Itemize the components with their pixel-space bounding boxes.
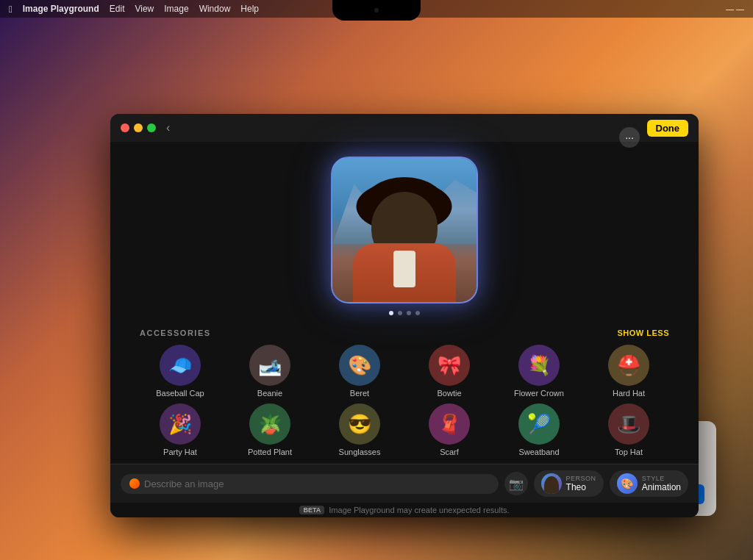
maximize-window-button[interactable] (147, 123, 156, 132)
traffic-lights (121, 123, 156, 132)
done-button[interactable]: Done (647, 120, 689, 137)
camera-button[interactable]: 📷 (504, 472, 528, 495)
sunglasses-icon: 😎 (339, 403, 380, 445)
more-options-button[interactable]: ··· (619, 127, 640, 148)
style-name: Animation (642, 482, 681, 492)
accessories-title: ACCESSORIES (140, 329, 211, 337)
accessory-top-hat[interactable]: 🎩 Top Hat (588, 403, 669, 456)
page-dot-4[interactable] (415, 311, 420, 315)
search-input-container[interactable]: Describe an image (121, 474, 499, 494)
minimize-window-button[interactable] (134, 123, 143, 132)
person-avatar (541, 473, 562, 494)
person-jacket (353, 243, 456, 302)
accessory-party-hat[interactable]: 🎉 Party Hat (140, 403, 221, 456)
flower-crown-icon: 💐 (518, 345, 560, 386)
accessory-beret[interactable]: 🎨 Beret (319, 345, 400, 398)
accessory-baseball-cap[interactable]: 🧢 Baseball Cap (140, 345, 221, 398)
hard-hat-icon: ⛑️ (608, 345, 649, 386)
page-dots (389, 311, 420, 315)
accessory-hard-hat[interactable]: ⛑️ Hard Hat (588, 345, 669, 398)
accessory-flower-crown[interactable]: 💐 Flower Crown (499, 345, 579, 398)
apple-logo-icon[interactable]:  (9, 4, 13, 15)
bowtie-icon: 🎀 (429, 345, 470, 386)
menu-help[interactable]: Help (240, 4, 259, 14)
party-hat-label: Party Hat (163, 448, 197, 456)
accessory-potted-plant[interactable]: 🪴 Potted Plant (229, 403, 310, 456)
window-content: ··· (110, 142, 699, 464)
flower-crown-label: Flower Crown (514, 389, 564, 398)
person-pill-info: PERSON Theo (566, 475, 596, 492)
avatar-person (544, 476, 559, 494)
page-dot-2[interactable] (398, 311, 402, 315)
hard-hat-label: Hard Hat (613, 389, 645, 398)
beanie-icon: 🎿 (249, 345, 290, 386)
baseball-cap-label: Baseball Cap (156, 389, 204, 398)
menu-bar-left:  Image Playground Edit View Image Windo… (9, 4, 259, 15)
sunglasses-label: Sunglasses (339, 448, 381, 456)
camera-notch (332, 0, 421, 21)
scarf-icon: 🧣 (429, 403, 470, 445)
beret-label: Beret (350, 389, 369, 398)
scarf-label: Scarf (440, 448, 459, 456)
person-pill[interactable]: PERSON Theo (534, 470, 604, 497)
app-window: ‹ Done ··· (110, 114, 699, 517)
accessories-grid: 🧢 Baseball Cap 🎿 Beanie 🎨 Beret 🎀 Bowtie… (140, 345, 669, 456)
generated-image-container (331, 157, 478, 304)
sweatband-label: Sweatband (518, 448, 559, 456)
sweatband-icon: 🎾 (518, 403, 560, 445)
menu-image[interactable]: Image (164, 4, 188, 14)
style-label: STYLE (642, 475, 681, 482)
image-area: ··· (110, 142, 699, 323)
style-pill[interactable]: 🎨 STYLE Animation (610, 470, 688, 497)
accessories-header: ACCESSORIES SHOW LESS (140, 329, 669, 337)
party-hat-icon: 🎉 (160, 403, 201, 445)
generated-image[interactable] (331, 157, 478, 304)
style-icon: 🎨 (617, 473, 638, 494)
show-less-button[interactable]: SHOW LESS (617, 329, 669, 337)
menu-window[interactable]: Window (199, 4, 231, 14)
search-icon (129, 478, 140, 489)
close-window-button[interactable] (121, 123, 129, 132)
bowtie-label: Bowtie (437, 389, 461, 398)
menu-app-name[interactable]: Image Playground (23, 4, 99, 14)
accessory-beanie[interactable]: 🎿 Beanie (229, 345, 310, 398)
menu-edit[interactable]: Edit (110, 4, 125, 14)
potted-plant-label: Potted Plant (248, 448, 292, 456)
accessory-sunglasses[interactable]: 😎 Sunglasses (319, 403, 400, 456)
accessory-scarf[interactable]: 🧣 Scarf (409, 403, 490, 456)
beret-icon: 🎨 (339, 345, 380, 386)
search-placeholder: Describe an image (144, 478, 224, 489)
menu-view[interactable]: View (135, 4, 154, 14)
person-name: Theo (566, 482, 596, 492)
accessory-sweatband[interactable]: 🎾 Sweatband (499, 403, 579, 456)
menu-bar-status: — — (726, 4, 744, 13)
top-hat-label: Top Hat (615, 448, 643, 456)
beta-badge: BETA (299, 506, 324, 514)
back-button[interactable]: ‹ (166, 121, 170, 134)
accessories-section: ACCESSORIES SHOW LESS 🧢 Baseball Cap 🎿 B… (110, 323, 699, 464)
beta-bar: BETA Image Playground may create unexpec… (110, 503, 699, 517)
camera-dot (374, 8, 379, 12)
bottom-bar: Describe an image 📷 PERSON Theo 🎨 STYLE … (110, 464, 699, 503)
page-dot-3[interactable] (407, 311, 411, 315)
top-hat-icon: 🎩 (608, 403, 649, 445)
potted-plant-icon: 🪴 (249, 403, 290, 445)
style-pill-info: STYLE Animation (642, 475, 681, 492)
menu-bar-right: — — (726, 4, 744, 13)
beanie-label: Beanie (257, 389, 282, 398)
accessory-bowtie[interactable]: 🎀 Bowtie (409, 345, 490, 398)
person-label: PERSON (566, 475, 596, 482)
window-titlebar: ‹ Done (110, 114, 699, 142)
beta-text: Image Playground may create unexpected r… (329, 506, 509, 514)
baseball-cap-icon: 🧢 (160, 345, 201, 386)
page-dot-1[interactable] (389, 311, 393, 315)
